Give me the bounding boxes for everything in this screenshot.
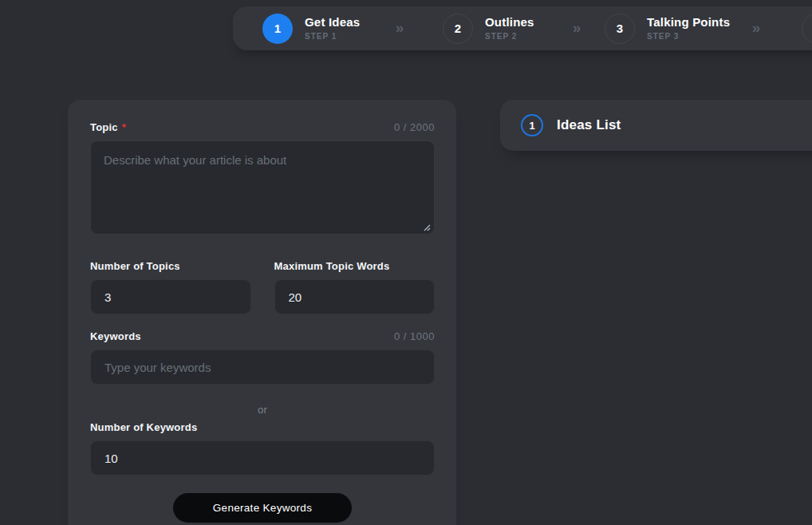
ideas-list-header: 1 Ideas List [500, 100, 812, 151]
keywords-input[interactable] [90, 349, 435, 385]
generate-button-row: Generate Keywords [90, 493, 435, 523]
step-1-title: Get Ideas [305, 15, 360, 30]
topic-char-counter: 0 / 2000 [394, 121, 435, 133]
topic-textarea-wrap [90, 140, 435, 238]
step-2-badge: 2 [443, 14, 473, 44]
required-asterisk: * [122, 121, 126, 133]
maximum-topic-words-field: Maximum Topic Words [274, 260, 436, 314]
step-3-text: Talking Points STEP 3 [647, 15, 730, 41]
topic-textarea[interactable] [90, 140, 435, 235]
step-3-subtitle: STEP 3 [647, 31, 730, 41]
generate-keywords-button[interactable]: Generate Keywords [173, 493, 352, 523]
wizard-stepper: 1 Get Ideas STEP 1 » 2 Outlines STEP 2 »… [233, 6, 812, 50]
or-divider: or [90, 404, 435, 416]
ideas-list-number-badge: 1 [521, 114, 543, 136]
keywords-char-counter: 0 / 1000 [394, 330, 435, 342]
step-2-subtitle: STEP 2 [485, 31, 534, 41]
step-get-ideas[interactable]: 1 Get Ideas STEP 1 [262, 6, 360, 50]
step-4-badge-clipped [802, 14, 812, 44]
get-ideas-form-card: Topic* 0 / 2000 Number of Topics Maximum… [68, 100, 456, 525]
topic-field-header: Topic* 0 / 2000 [90, 121, 435, 133]
step-2-text: Outlines STEP 2 [485, 15, 534, 41]
step-3-badge: 3 [605, 14, 635, 44]
number-of-keywords-label: Number of Keywords [90, 421, 435, 433]
chevrons-right-icon: » [752, 19, 761, 37]
topics-settings-row: Number of Topics Maximum Topic Words [90, 260, 435, 314]
topic-label: Topic* [90, 121, 126, 133]
ideas-list-title: Ideas List [557, 117, 621, 133]
topic-label-text: Topic [90, 121, 118, 133]
step-1-text: Get Ideas STEP 1 [305, 15, 360, 41]
keywords-field-header: Keywords 0 / 1000 [90, 330, 435, 342]
number-of-topics-label: Number of Topics [90, 260, 251, 272]
maximum-topic-words-input[interactable] [274, 279, 436, 314]
chevrons-right-icon: » [573, 19, 581, 37]
chevrons-right-icon: » [396, 19, 404, 37]
number-of-topics-field: Number of Topics [90, 260, 251, 314]
keywords-label: Keywords [90, 330, 141, 342]
step-1-badge: 1 [262, 14, 293, 44]
step-1-subtitle: STEP 1 [305, 31, 360, 41]
number-of-keywords-input[interactable] [90, 440, 435, 476]
step-2-title: Outlines [485, 15, 534, 30]
maximum-topic-words-label: Maximum Topic Words [274, 260, 436, 272]
number-of-topics-input[interactable] [90, 279, 251, 314]
step-3-title: Talking Points [647, 15, 730, 30]
step-talking-points[interactable]: 3 Talking Points STEP 3 [605, 6, 730, 50]
step-outlines[interactable]: 2 Outlines STEP 2 [443, 6, 534, 50]
